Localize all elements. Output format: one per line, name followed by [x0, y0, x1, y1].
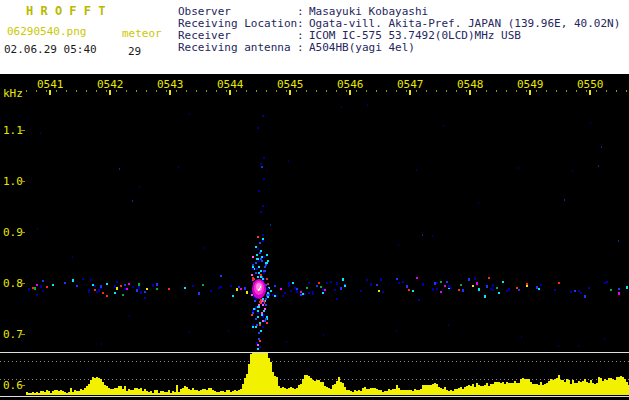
time-tick-label: 0550 — [577, 78, 604, 91]
freq-tick-label: 1.0 — [3, 175, 23, 188]
time-tick-label: 0544 — [217, 78, 244, 91]
freq-tick-label: 1.1 — [3, 124, 23, 137]
freq-axis-unit: kHz — [3, 87, 23, 100]
app-logo: H R O F F T — [26, 4, 105, 18]
hrofft-screen: 0541054205430544054505460547054805490550… — [0, 0, 629, 400]
freq-tick-label: 0.6 — [3, 379, 23, 392]
time-tick-label: 0543 — [157, 78, 184, 91]
meteor-count: 29 — [128, 45, 141, 58]
time-tick-label: 0542 — [97, 78, 124, 91]
freq-tick-label: 0.9 — [3, 226, 23, 239]
time-tick-label: 0545 — [277, 78, 304, 91]
header-panel: H R O F F T 06290540.png meteor 02.06.29… — [0, 0, 629, 74]
info-row-antenna: Receiving antenna:A504HB(yagi 4el) — [178, 42, 620, 54]
output-filename: 06290540.png — [7, 25, 86, 38]
info-colon: : — [297, 42, 309, 54]
time-tick-label: 0549 — [517, 78, 544, 91]
info-value: A504HB(yagi 4el) — [309, 41, 415, 54]
freq-tick-label: 0.8 — [3, 277, 23, 290]
freq-tick-label: 0.7 — [3, 328, 23, 341]
observation-datetime: 02.06.29 05:40 — [4, 43, 97, 56]
time-tick-label: 0546 — [337, 78, 364, 91]
observer-info-block: Observer:Masayuki Kobayashi Receiving Lo… — [178, 6, 620, 54]
time-tick-label: 0548 — [457, 78, 484, 91]
info-label: Receiving antenna — [178, 42, 297, 54]
time-tick-label: 0547 — [397, 78, 424, 91]
plot-background — [0, 74, 629, 400]
time-tick-label: 0541 — [37, 78, 64, 91]
mode-label: meteor — [122, 27, 162, 40]
